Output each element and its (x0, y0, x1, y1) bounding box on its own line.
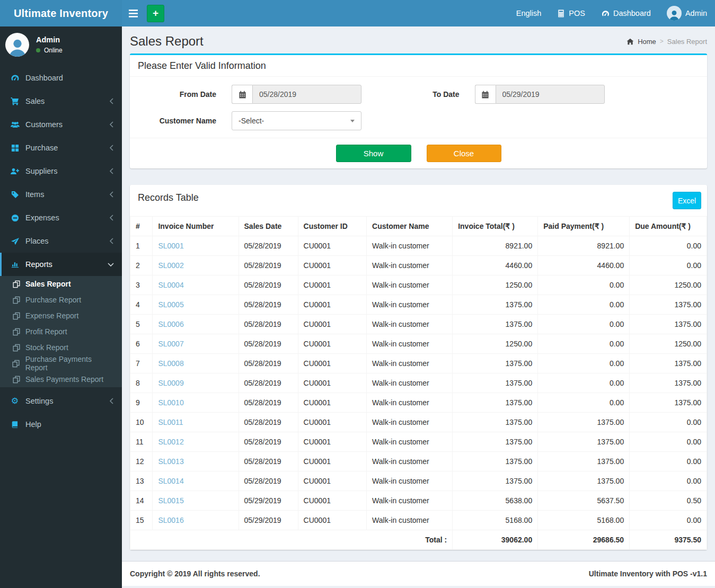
sidebar-menu: Dashboard Sales Customers Purchase (0, 66, 122, 276)
breadcrumb-home[interactable]: Home (638, 38, 656, 46)
row-index: 6 (130, 334, 153, 354)
table-row: 9 SL0010 05/28/2019 CU0001 Walk-in custo… (130, 393, 707, 413)
table-total-row: Total : 39062.00 29686.50 9375.50 (130, 530, 707, 550)
chevron-left-icon (109, 398, 114, 404)
invoice-link[interactable]: SL0006 (158, 320, 183, 328)
invoice-total-cell: 1375.00 (453, 413, 538, 432)
invoice-link[interactable]: SL0007 (158, 340, 183, 348)
sales-date-cell: 05/28/2019 (239, 373, 298, 393)
table-row: 6 SL0007 05/28/2019 CU0001 Walk-in custo… (130, 334, 707, 354)
sidebar-item-purchase-payments-report[interactable]: Purchase Payments Report (0, 355, 122, 371)
invoice-link[interactable]: SL0014 (158, 477, 183, 485)
chevron-left-icon (109, 191, 114, 198)
sidebar-item-sales-payments-report[interactable]: Sales Payments Report (0, 371, 122, 387)
invoice-link[interactable]: SL0010 (158, 398, 183, 407)
invoice-link[interactable]: SL0016 (158, 516, 183, 524)
tag-icon (10, 191, 20, 199)
sidebar-item-customers[interactable]: Customers (0, 113, 122, 136)
close-button[interactable]: Close (427, 145, 501, 162)
due-amount-cell: 1375.00 (630, 315, 707, 334)
invoice-total-cell: 1375.00 (453, 315, 538, 334)
sales-date-cell: 05/28/2019 (239, 471, 298, 491)
from-date-input[interactable] (252, 85, 361, 104)
table-row: 10 SL0011 05/28/2019 CU0001 Walk-in cust… (130, 413, 707, 432)
invoice-link[interactable]: SL0012 (158, 438, 183, 446)
customer-id-cell: CU0001 (298, 432, 366, 452)
sidebar-user-status: Online (36, 47, 63, 54)
from-date-label: From Date (138, 90, 216, 99)
customer-name-cell: Walk-in customer (367, 256, 453, 275)
col-header-invoice-number: Invoice Number (153, 217, 239, 236)
records-table: # Invoice Number Sales Date Customer ID … (130, 216, 707, 550)
sales-date-cell: 05/28/2019 (239, 354, 298, 373)
invoice-link[interactable]: SL0011 (158, 418, 183, 426)
add-new-button[interactable]: + (147, 5, 164, 22)
row-index: 4 (130, 295, 153, 315)
sidebar-item-items[interactable]: Items (0, 183, 122, 206)
invoice-link[interactable]: SL0015 (158, 496, 183, 505)
tachometer-icon (601, 10, 610, 17)
sidebar-item-expense-report[interactable]: Expense Report (0, 308, 122, 324)
sidebar-item-help[interactable]: Help (0, 413, 122, 436)
table-row: 13 SL0014 05/28/2019 CU0001 Walk-in cust… (130, 471, 707, 491)
invoice-total-cell: 1375.00 (453, 373, 538, 393)
total-invoice-amount: 39062.00 (453, 530, 538, 550)
col-header-due-amount: Due Amount(₹ ) (630, 217, 707, 236)
sidebar-item-purchase-report[interactable]: Purchase Report (0, 292, 122, 308)
user-menu[interactable]: Admin (659, 0, 715, 26)
calendar-icon[interactable] (475, 85, 496, 104)
language-label: English (516, 9, 542, 17)
customer-id-cell: CU0001 (298, 334, 366, 354)
cart-icon (10, 97, 20, 105)
brand-logo[interactable]: Ultimate Inventory (0, 0, 122, 26)
sidebar-toggle-button[interactable] (122, 0, 145, 26)
invoice-link[interactable]: SL0002 (158, 261, 183, 270)
invoice-link[interactable]: SL0008 (158, 359, 183, 368)
dashboard-link[interactable]: Dashboard (593, 0, 659, 26)
invoice-link[interactable]: SL0009 (158, 379, 183, 387)
col-header-invoice-total: Invoice Total(₹ ) (453, 217, 538, 236)
sidebar-item-settings[interactable]: ⚙ Settings (0, 389, 122, 413)
sidebar-item-stock-report[interactable]: Stock Report (0, 340, 122, 355)
excel-export-button[interactable]: Excel (673, 192, 701, 209)
to-date-input[interactable] (496, 85, 605, 104)
calendar-icon[interactable] (232, 85, 252, 104)
breadcrumb: Home > Sales Report (626, 38, 707, 46)
plus-icon: + (153, 7, 158, 19)
invoice-total-cell: 1250.00 (453, 275, 538, 295)
bar-chart-icon (10, 261, 20, 269)
row-index: 5 (130, 315, 153, 334)
sidebar-item-profit-report[interactable]: Profit Report (0, 324, 122, 340)
language-menu[interactable]: English (508, 0, 550, 26)
customer-name-cell: Walk-in customer (367, 295, 453, 315)
customer-id-cell: CU0001 (298, 354, 366, 373)
invoice-link[interactable]: SL0005 (158, 300, 183, 309)
customer-select[interactable]: -Select- (232, 111, 361, 130)
invoice-link[interactable]: SL0013 (158, 457, 183, 466)
sidebar-item-expenses[interactable]: Expenses (0, 206, 122, 229)
filter-panel-title: Please Enter Valid Information (130, 55, 707, 77)
calculator-icon (557, 10, 565, 17)
pos-link[interactable]: POS (549, 0, 593, 26)
table-row: 4 SL0005 05/28/2019 CU0001 Walk-in custo… (130, 295, 707, 315)
show-button[interactable]: Show (336, 145, 411, 162)
gears-icon: ⚙ (10, 397, 20, 405)
customer-name-cell: Walk-in customer (367, 334, 453, 354)
sidebar-item-purchase[interactable]: Purchase (0, 136, 122, 159)
invoice-link[interactable]: SL0004 (158, 281, 183, 289)
customer-name-cell: Walk-in customer (367, 236, 453, 256)
row-index: 11 (130, 432, 153, 452)
sidebar-item-places[interactable]: Places (0, 229, 122, 253)
sidebar-item-reports[interactable]: Reports (0, 253, 122, 276)
sidebar-item-sales[interactable]: Sales (0, 90, 122, 113)
customer-name-cell: Walk-in customer (367, 511, 453, 530)
due-amount-cell: 0.00 (630, 256, 707, 275)
sidebar-item-dashboard[interactable]: Dashboard (0, 66, 122, 90)
chevron-down-icon (108, 262, 114, 267)
due-amount-cell: 0.00 (630, 511, 707, 530)
sidebar-item-suppliers[interactable]: Suppliers (0, 159, 122, 183)
sidebar-item-sales-report[interactable]: Sales Report (0, 276, 122, 292)
sidebar-avatar (5, 33, 29, 57)
row-index: 7 (130, 354, 153, 373)
invoice-link[interactable]: SL0001 (158, 242, 183, 250)
